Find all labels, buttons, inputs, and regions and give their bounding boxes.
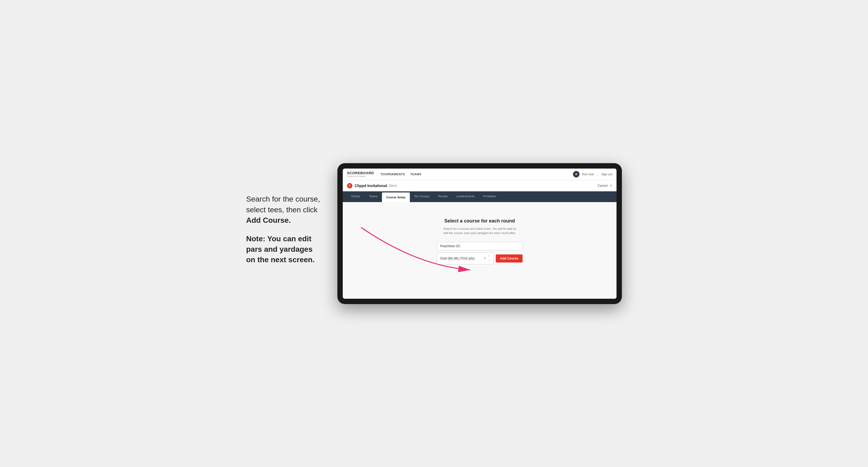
tab-results[interactable]: Results <box>433 191 452 202</box>
annotation-panel: Search for the course, select tees, then… <box>246 194 321 273</box>
tee-select-value: Gold (M) (M) (7010 yds) <box>440 257 474 260</box>
tablet-screen: SCOREBOARD Powered by clippd TOURNAMENTS… <box>343 168 617 299</box>
tab-tee-groups[interactable]: Tee Groups <box>410 191 434 202</box>
nav-links: TOURNAMENTS TEAMS <box>380 173 573 176</box>
tournament-header: C Clippd Invitational (Men) Cancel ✕ <box>343 180 617 191</box>
section-title: Select a course for each round <box>444 218 515 224</box>
main-content: Select a course for each round Search fo… <box>343 202 617 299</box>
nav-tournaments[interactable]: TOURNAMENTS <box>380 173 405 176</box>
tab-leaderboards[interactable]: Leaderboards <box>452 191 479 202</box>
user-name: Test User <box>582 173 594 176</box>
brand-sub: Powered by clippd <box>347 175 374 178</box>
tee-clear-icon[interactable]: ✕ <box>484 257 486 260</box>
tab-teams[interactable]: Teams <box>365 191 382 202</box>
cancel-button[interactable]: Cancel ✕ <box>597 184 612 188</box>
annotation-text-2: Note: You can edit pars and yardages on … <box>246 234 321 265</box>
user-avatar: R <box>573 171 580 178</box>
tab-details[interactable]: Details <box>347 191 365 202</box>
tournament-title: Clippd Invitational <box>354 184 387 188</box>
tournament-subtitle: (Men) <box>389 184 397 188</box>
section-desc: Search for a course and select a tee. Yo… <box>442 226 517 236</box>
nav-teams[interactable]: TEAMS <box>410 173 422 176</box>
app-navbar: SCOREBOARD Powered by clippd TOURNAMENTS… <box>343 168 617 180</box>
tab-course-setup[interactable]: Course Setup <box>382 192 410 202</box>
page-wrapper: Search for the course, select tees, then… <box>246 163 622 304</box>
add-course-button[interactable]: Add Course <box>496 254 523 262</box>
tab-printables[interactable]: Printables <box>479 191 501 202</box>
cancel-x-icon: ✕ <box>610 184 612 188</box>
nav-divider: | <box>597 173 598 176</box>
tee-select[interactable]: Gold (M) (M) (7010 yds) ✕ ⌃⌄ <box>437 253 494 264</box>
annotation-bold-1: Add Course. <box>246 216 291 224</box>
tablet-device: SCOREBOARD Powered by clippd TOURNAMENTS… <box>337 163 622 304</box>
tee-select-row: Gold (M) (M) (7010 yds) ✕ ⌃⌄ Add Course <box>437 253 523 264</box>
course-form: Gold (M) (M) (7010 yds) ✕ ⌃⌄ Add Course <box>437 242 523 264</box>
sign-out-link[interactable]: Sign out <box>601 173 612 176</box>
tournament-icon: C <box>347 183 352 188</box>
tab-nav: Details Teams Course Setup Tee Groups Re… <box>343 191 617 202</box>
brand-name: SCOREBOARD <box>347 171 374 175</box>
nav-user: R Test User | Sign out <box>573 171 612 178</box>
course-search-input[interactable] <box>437 242 523 250</box>
tee-chevron-icon: ⌃⌄ <box>488 255 490 262</box>
tee-select-controls: ✕ ⌃⌄ <box>484 255 490 262</box>
brand: SCOREBOARD Powered by clippd <box>347 171 374 178</box>
annotation-text-1: Search for the course, select tees, then… <box>246 194 321 225</box>
